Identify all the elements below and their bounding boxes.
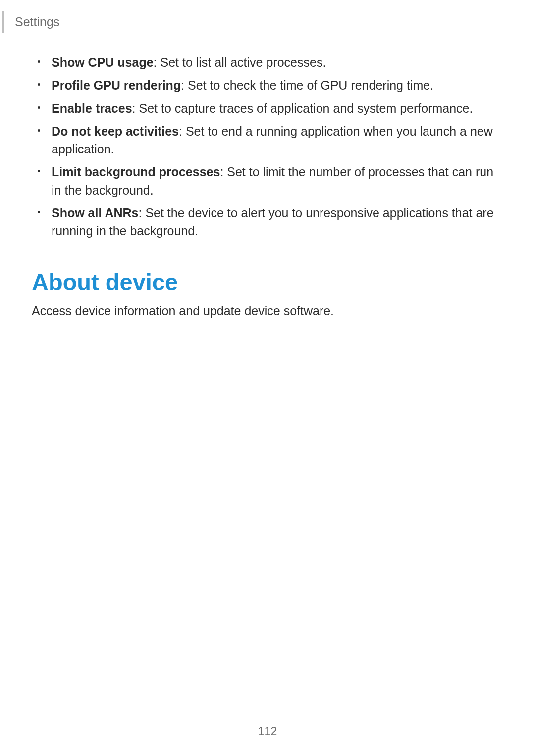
- bullet-dot-icon: [38, 170, 40, 172]
- bullet-dot-icon: [38, 129, 40, 132]
- list-item: Limit background processes: Set to limit…: [32, 163, 503, 199]
- list-item-desc: : Set to capture traces of application a…: [132, 101, 473, 115]
- list-item-desc: : Set to check the time of GPU rendering…: [181, 78, 433, 92]
- list-item-term: Profile GPU rendering: [52, 78, 181, 92]
- page-content: Show CPU usage: Set to list all active p…: [32, 53, 503, 320]
- list-item-term: Limit background processes: [52, 165, 220, 179]
- list-item: Show CPU usage: Set to list all active p…: [32, 53, 503, 71]
- list-item: Show all ANRs: Set the device to alert y…: [32, 204, 503, 240]
- section-description: Access device information and update dev…: [32, 302, 503, 320]
- bullet-dot-icon: [38, 211, 40, 213]
- page-number: 112: [0, 725, 535, 738]
- list-item-term: Do not keep activities: [52, 124, 179, 138]
- bullet-dot-icon: [38, 83, 40, 86]
- list-item-term: Show CPU usage: [52, 55, 154, 69]
- list-item: Profile GPU rendering: Set to check the …: [32, 76, 503, 94]
- list-item-term: Show all ANRs: [52, 206, 139, 220]
- page-header: Settings: [2, 11, 59, 33]
- list-item-term: Enable traces: [52, 101, 132, 115]
- page: Settings Show CPU usage: Set to list all…: [0, 0, 535, 756]
- list-item-desc: : Set to list all active processes.: [154, 55, 326, 69]
- header-rule: [2, 11, 4, 33]
- header-title: Settings: [15, 15, 59, 29]
- list-item: Do not keep activities: Set to end a run…: [32, 122, 503, 158]
- bullet-dot-icon: [38, 106, 40, 109]
- bullet-dot-icon: [38, 60, 40, 63]
- section-title-about-device: About device: [32, 268, 503, 296]
- list-item: Enable traces: Set to capture traces of …: [32, 100, 503, 117]
- bullet-list: Show CPU usage: Set to list all active p…: [32, 53, 503, 240]
